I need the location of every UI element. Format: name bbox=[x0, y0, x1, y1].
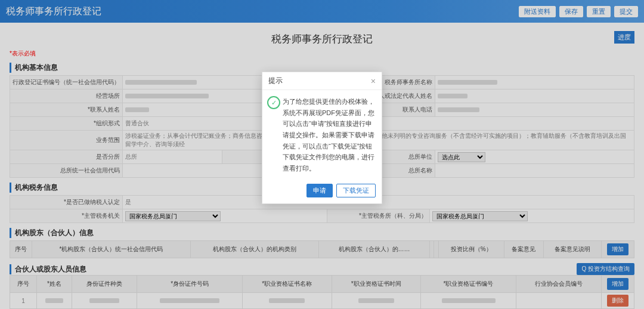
modal-title: 提示 bbox=[268, 76, 283, 86]
modal-mask: 提示 × ✓ 为了给您提供更佳的办税体验，系统不再展现PDF凭证界面，您可以点击… bbox=[0, 0, 644, 309]
success-icon: ✓ bbox=[267, 96, 280, 109]
close-icon[interactable]: × bbox=[371, 77, 376, 85]
apply-button[interactable]: 申请 bbox=[306, 184, 333, 197]
download-cert-button[interactable]: 下载凭证 bbox=[336, 184, 376, 197]
modal: 提示 × ✓ 为了给您提供更佳的办税体验，系统不再展现PDF凭证界面，您可以点击… bbox=[262, 72, 382, 204]
modal-body-text: 为了给您提供更佳的办税体验，系统不再展现PDF凭证界面，您可以点击“申请”按钮直… bbox=[283, 98, 374, 172]
